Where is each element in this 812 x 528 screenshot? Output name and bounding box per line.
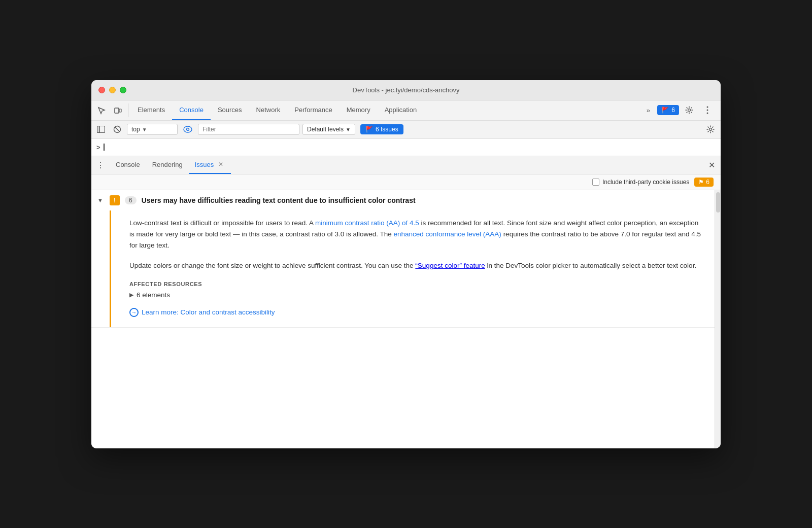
svg-point-11 bbox=[184, 126, 192, 132]
issue-chevron-icon: ▼ bbox=[97, 197, 105, 203]
svg-point-13 bbox=[709, 128, 712, 131]
learn-more-circle-icon: → bbox=[129, 308, 139, 317]
elements-arrow-icon: ▶ bbox=[129, 292, 133, 298]
devtools-window: DevTools - jec.fyi/demo/cds-anchovy Elem… bbox=[91, 80, 721, 448]
console-prompt-icon: > bbox=[96, 144, 100, 151]
panel-tab-console[interactable]: Console bbox=[110, 156, 146, 174]
separator bbox=[128, 103, 128, 117]
svg-rect-7 bbox=[97, 126, 99, 133]
close-button[interactable] bbox=[98, 87, 105, 93]
third-party-cookie-checkbox[interactable] bbox=[592, 179, 599, 186]
traffic-lights bbox=[98, 87, 126, 93]
context-select[interactable]: top ▼ bbox=[127, 124, 178, 135]
levels-arrow-icon: ▼ bbox=[346, 127, 351, 132]
tab-sources[interactable]: Sources bbox=[211, 100, 249, 120]
warning-flag-icon: ⚑ bbox=[698, 179, 704, 186]
window-title: DevTools - jec.fyi/demo/cds-anchovy bbox=[353, 86, 460, 94]
console-toolbar: top ▼ Default levels ▼ 🚩 6 Issues bbox=[91, 121, 721, 139]
aaa-link[interactable]: enhanced conformance level (AAA) bbox=[394, 230, 501, 238]
minimize-button[interactable] bbox=[109, 87, 116, 93]
issue-description-1: Low-contrast text is difficult or imposs… bbox=[129, 218, 704, 252]
svg-rect-0 bbox=[115, 108, 119, 113]
flag-icon: 🚩 bbox=[661, 107, 669, 114]
affected-resources-label: AFFECTED RESOURCES bbox=[129, 281, 704, 287]
more-tabs-icon[interactable]: » bbox=[641, 103, 655, 117]
panel-tab-rendering[interactable]: Rendering bbox=[146, 156, 189, 174]
issue-warning-icon: ! bbox=[110, 195, 120, 205]
console-input-area[interactable]: > bbox=[91, 139, 721, 156]
panel-body: Include third-party cookie issues ⚑ 6 ▼ … bbox=[91, 174, 721, 448]
toolbar-tabs: Elements Console Sources Network Perform… bbox=[130, 100, 638, 120]
svg-rect-1 bbox=[119, 109, 121, 112]
svg-point-3 bbox=[707, 107, 708, 108]
svg-line-10 bbox=[115, 127, 119, 131]
issue-title: Users may have difficulties reading text… bbox=[142, 196, 416, 204]
tab-memory[interactable]: Memory bbox=[340, 100, 378, 120]
tab-network[interactable]: Network bbox=[249, 100, 288, 120]
issue-count-badge: 6 bbox=[125, 196, 137, 204]
issues-warning-badge: ⚑ 6 bbox=[694, 178, 714, 187]
svg-point-2 bbox=[688, 109, 691, 112]
device-icon[interactable] bbox=[110, 100, 126, 121]
panel-main: ▼ ! 6 Users may have difficulties readin… bbox=[91, 190, 721, 448]
more-options-icon[interactable] bbox=[699, 100, 716, 120]
tab-elements[interactable]: Elements bbox=[130, 100, 172, 120]
issues-count-button[interactable]: 🚩 6 Issues bbox=[360, 124, 403, 134]
svg-point-12 bbox=[187, 128, 189, 131]
toolbar-right: » 🚩 6 bbox=[638, 100, 719, 120]
learn-more-link[interactable]: → Learn more: Color and contrast accessi… bbox=[129, 308, 704, 317]
filter-input[interactable] bbox=[198, 124, 299, 135]
flag-small-icon: 🚩 bbox=[365, 126, 373, 133]
sidebar-toggle-icon[interactable] bbox=[94, 123, 108, 136]
block-icon[interactable] bbox=[111, 123, 124, 136]
issues-badge-button[interactable]: 🚩 6 bbox=[657, 105, 679, 115]
console-settings-icon[interactable] bbox=[703, 122, 718, 136]
console-cursor bbox=[104, 144, 105, 151]
panel-tabs-bar: ⋮ Console Rendering Issues ✕ ✕ bbox=[91, 156, 721, 174]
close-panel-icon[interactable]: ✕ bbox=[705, 159, 718, 171]
svg-point-5 bbox=[707, 113, 708, 114]
levels-dropdown[interactable]: Default levels ▼ bbox=[302, 124, 355, 135]
devtools-toolbar: Elements Console Sources Network Perform… bbox=[91, 100, 721, 121]
aa-contrast-link[interactable]: minimum contrast ratio (AA) of 4.5 bbox=[315, 219, 419, 227]
tab-application[interactable]: Application bbox=[378, 100, 424, 120]
scrollbar-thumb[interactable] bbox=[716, 192, 720, 213]
panel-more-icon[interactable]: ⋮ bbox=[94, 159, 107, 171]
close-issues-tab-icon[interactable]: ✕ bbox=[217, 160, 225, 168]
title-bar: DevTools - jec.fyi/demo/cds-anchovy bbox=[91, 80, 721, 100]
scrollbar-track[interactable] bbox=[715, 190, 721, 448]
cursor-icon[interactable] bbox=[93, 100, 110, 121]
eye-icon[interactable] bbox=[181, 122, 195, 136]
panel-tab-issues[interactable]: Issues ✕ bbox=[189, 156, 231, 174]
issue-header[interactable]: ▼ ! 6 Users may have difficulties readin… bbox=[91, 190, 715, 210]
issue-update-text: Update colors or change the font size or… bbox=[129, 260, 704, 271]
dropdown-arrow-icon: ▼ bbox=[142, 127, 147, 132]
tab-performance[interactable]: Performance bbox=[287, 100, 339, 120]
settings-icon[interactable] bbox=[681, 100, 697, 120]
svg-point-4 bbox=[707, 110, 708, 111]
third-party-cookie-checkbox-label[interactable]: Include third-party cookie issues bbox=[592, 179, 689, 186]
suggest-color-link[interactable]: “Suggest color” feature bbox=[415, 262, 485, 269]
tab-console[interactable]: Console bbox=[172, 100, 211, 120]
issues-content: ▼ ! 6 Users may have difficulties readin… bbox=[91, 190, 715, 448]
issue-row: ▼ ! 6 Users may have difficulties readin… bbox=[91, 190, 715, 328]
issue-detail: Low-contrast text is difficult or imposs… bbox=[110, 210, 715, 327]
elements-expandable[interactable]: ▶ 6 elements bbox=[129, 291, 704, 299]
maximize-button[interactable] bbox=[120, 87, 126, 93]
issues-panel-header: Include third-party cookie issues ⚑ 6 bbox=[91, 174, 721, 190]
